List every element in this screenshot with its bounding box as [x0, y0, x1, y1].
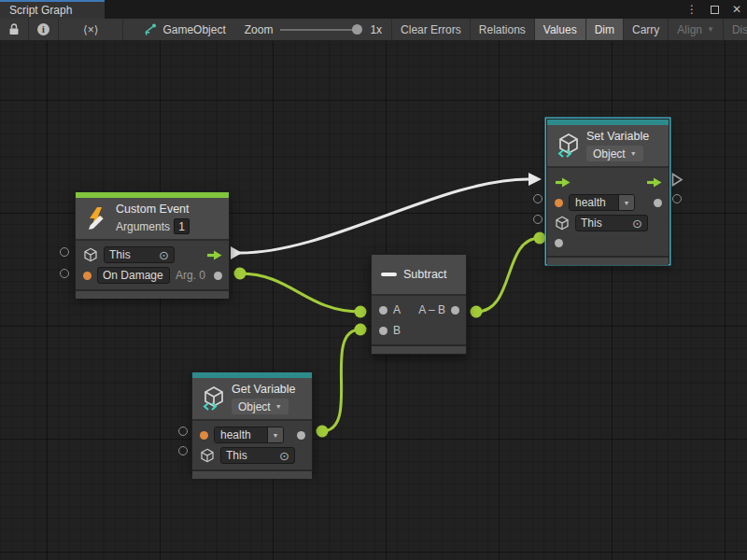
- wire-endpoint[interactable]: [234, 268, 247, 280]
- carry-toggle[interactable]: Carry: [624, 19, 669, 40]
- value-output-port[interactable]: [297, 431, 305, 440]
- target-picker-icon[interactable]: ⊙: [159, 249, 169, 261]
- result-output-port[interactable]: [451, 306, 459, 315]
- target-picker-icon[interactable]: ⊙: [279, 450, 289, 462]
- node-footer: [76, 289, 229, 299]
- set-variable-outer-port[interactable]: [672, 194, 682, 203]
- flow-wire-start-arrow[interactable]: [231, 246, 242, 259]
- align-dropdown[interactable]: Align ▼: [669, 19, 724, 40]
- wire-endpoint[interactable]: [317, 426, 329, 438]
- wire-endpoint[interactable]: [534, 232, 546, 245]
- value-input-port[interactable]: [555, 239, 563, 247]
- chevron-down-icon[interactable]: ▼: [267, 427, 283, 442]
- tab-script-graph[interactable]: Script Graph: [0, 0, 105, 19]
- custom-event-outer-port[interactable]: [60, 269, 69, 278]
- subtract-header[interactable]: Subtract: [372, 255, 466, 294]
- target-picker-icon[interactable]: ⊙: [632, 217, 642, 230]
- graph-canvas[interactable]: Custom Event Arguments 1 This ⊙: [0, 41, 747, 560]
- zoom-slider-handle[interactable]: [352, 24, 362, 35]
- input-b-port[interactable]: [379, 327, 388, 335]
- graph-reference[interactable]: GameObject: [134, 19, 234, 40]
- set-variable-header[interactable]: Set Variable Object ▼: [547, 125, 669, 166]
- code-view-toggle[interactable]: ⟨×⟩: [59, 19, 123, 40]
- zoom-value: 1x: [370, 23, 382, 36]
- script-graph-asset-icon: [144, 23, 157, 35]
- flow-input-arrow-icon[interactable]: [555, 177, 571, 188]
- target-field[interactable]: This ⊙: [220, 447, 295, 464]
- flow-output-arrow-icon[interactable]: [206, 250, 222, 260]
- variable-name-port[interactable]: [200, 431, 208, 440]
- event-name-field[interactable]: On Damage: [97, 267, 170, 284]
- variable-cube-icon: [556, 133, 580, 158]
- clear-errors-button[interactable]: Clear Errors: [391, 19, 471, 40]
- window-controls: ⋮ ✕: [685, 0, 743, 19]
- node-footer: [372, 344, 466, 354]
- maximize-icon[interactable]: [708, 0, 721, 19]
- node-title: Subtract: [403, 268, 447, 281]
- node-custom-event[interactable]: Custom Event Arguments 1 This ⊙: [75, 191, 230, 297]
- value-wire-arg-to-a[interactable]: [240, 273, 360, 312]
- node-get-variable[interactable]: Get Variable Object ▼ health ▼: [191, 371, 313, 471]
- cube-icon: [200, 448, 215, 463]
- custom-event-header[interactable]: Custom Event Arguments 1: [76, 198, 229, 239]
- get-variable-header[interactable]: Get Variable Object ▼: [192, 378, 312, 419]
- arguments-count-field[interactable]: 1: [174, 218, 190, 234]
- chevron-down-icon: ▼: [630, 150, 637, 157]
- arguments-label: Arguments: [116, 220, 170, 233]
- target-value: This: [109, 248, 131, 261]
- node-title: Custom Event: [116, 203, 190, 216]
- window-menu-icon[interactable]: ⋮: [685, 0, 698, 19]
- chevron-down-icon[interactable]: ▼: [618, 195, 634, 210]
- node-subtract[interactable]: Subtract A A – B B: [371, 254, 467, 355]
- graph-toolbar: i ⟨×⟩ GameObject Zoom 1x Clear Errors Re…: [0, 19, 747, 41]
- dim-toggle[interactable]: Dim: [586, 19, 624, 40]
- code-icon: ⟨×⟩: [83, 23, 98, 36]
- custom-event-outer-port[interactable]: [60, 247, 69, 257]
- relations-toggle[interactable]: Relations: [471, 19, 535, 40]
- port-row-a: A A – B: [372, 300, 466, 320]
- distribute-dropdown[interactable]: Distribute ▼: [724, 19, 747, 40]
- input-b-label: B: [393, 324, 401, 337]
- maximize-glyph: [711, 6, 719, 14]
- zoom-slider[interactable]: [280, 19, 362, 41]
- flow-output-arrow-icon[interactable]: [646, 177, 662, 188]
- flow-continue-triangle-icon[interactable]: [671, 173, 684, 187]
- value-wire-sub-to-set[interactable]: [476, 238, 540, 312]
- variable-name-port[interactable]: [555, 199, 563, 207]
- set-variable-outer-port[interactable]: [533, 215, 543, 224]
- variable-name-combo[interactable]: health ▼: [214, 427, 284, 443]
- port-row-target: This ⊙: [192, 445, 312, 466]
- event-port[interactable]: [83, 272, 92, 280]
- variable-kind-dropdown[interactable]: Object ▼: [232, 399, 289, 414]
- subtract-icon: [381, 273, 397, 276]
- values-toggle[interactable]: Values: [535, 19, 586, 40]
- value-wire-get-to-b[interactable]: [322, 329, 360, 431]
- target-field[interactable]: This ⊙: [104, 246, 175, 263]
- variable-name-combo[interactable]: health ▼: [569, 194, 635, 211]
- wire-endpoint[interactable]: [355, 324, 367, 336]
- inspect-button[interactable]: i: [29, 19, 59, 40]
- variable-name-value: health: [215, 427, 267, 442]
- info-icon: i: [37, 23, 49, 35]
- graph-reference-label: GameObject: [162, 23, 225, 36]
- wire-endpoint[interactable]: [355, 306, 367, 318]
- target-field[interactable]: This ⊙: [575, 215, 648, 231]
- set-variable-outer-port[interactable]: [533, 194, 543, 203]
- get-variable-outer-port[interactable]: [178, 427, 188, 436]
- wire-endpoint[interactable]: [471, 306, 483, 318]
- close-icon[interactable]: ✕: [730, 0, 743, 19]
- arg0-output-port[interactable]: [214, 272, 222, 280]
- custom-event-body: This ⊙ On Damage Arg. 0: [76, 239, 229, 289]
- clear-errors-label: Clear Errors: [401, 23, 461, 36]
- flow-wire[interactable]: [236, 179, 529, 253]
- subtract-body: A A – B B: [372, 294, 466, 344]
- variable-kind-dropdown[interactable]: Object ▼: [586, 146, 643, 161]
- input-a-port[interactable]: [379, 306, 388, 315]
- node-footer: [192, 469, 312, 479]
- node-set-variable[interactable]: Set Variable Object ▼: [546, 119, 669, 264]
- lock-button[interactable]: [0, 19, 29, 40]
- chevron-down-icon: ▼: [275, 403, 282, 410]
- value-output-port[interactable]: [654, 199, 662, 207]
- get-variable-outer-port[interactable]: [178, 446, 188, 455]
- node-title: Set Variable: [586, 130, 649, 143]
